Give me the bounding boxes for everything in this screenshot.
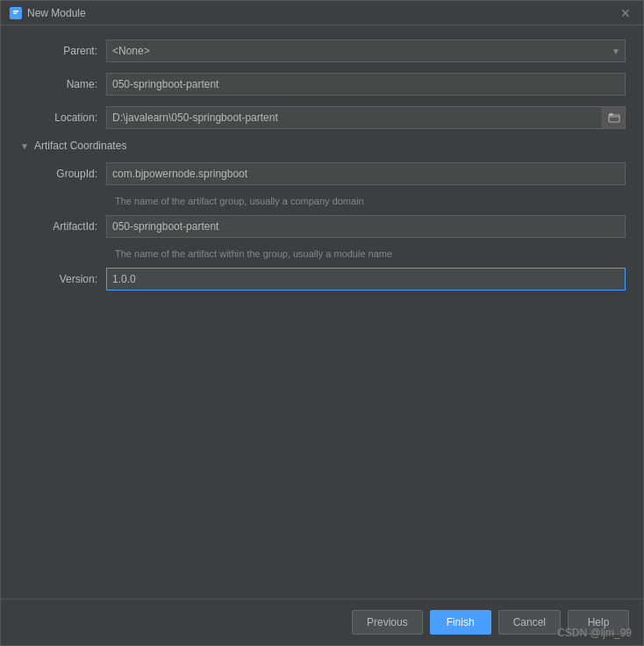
svg-rect-2 xyxy=(13,12,17,14)
parent-label: Parent: xyxy=(18,45,106,57)
version-label: Version: xyxy=(18,273,106,285)
groupid-input[interactable] xyxy=(106,162,626,185)
groupid-hint: The name of the artifact group, usually … xyxy=(115,196,626,206)
cancel-button[interactable]: Cancel xyxy=(498,610,561,635)
section-label: Artifact Coordinates xyxy=(34,140,126,152)
dialog-footer: Previous Finish Cancel Help xyxy=(1,599,643,645)
artifact-section-header: ▼ Artifact Coordinates xyxy=(18,140,626,152)
previous-button[interactable]: Previous xyxy=(352,610,423,635)
groupid-label: GroupId: xyxy=(18,168,106,180)
artifactid-row: ArtifactId: xyxy=(18,215,626,238)
name-input[interactable] xyxy=(106,73,626,96)
watermark: CSDN @ljm_99 xyxy=(557,627,632,639)
location-label: Location: xyxy=(18,111,106,124)
finish-button[interactable]: Finish xyxy=(430,610,491,635)
svg-rect-4 xyxy=(609,113,613,116)
artifact-section-content: GroupId: The name of the artifact group,… xyxy=(18,162,626,291)
artifactid-input[interactable] xyxy=(106,215,626,238)
close-button[interactable]: ✕ xyxy=(617,4,634,22)
groupid-row: GroupId: xyxy=(18,162,626,185)
version-row: Version: xyxy=(18,268,626,291)
title-bar: New Module ✕ xyxy=(1,1,643,25)
location-row: Location: xyxy=(18,106,626,129)
dialog-content: Parent: <None> ▼ Name: Location: xyxy=(1,25,643,599)
location-input[interactable] xyxy=(106,106,603,129)
name-row: Name: xyxy=(18,73,626,96)
parent-select[interactable]: <None> xyxy=(106,39,626,62)
dialog-title: New Module xyxy=(27,7,86,19)
dialog-icon xyxy=(10,7,22,19)
location-wrapper xyxy=(106,106,626,129)
name-label: Name: xyxy=(18,78,106,90)
artifactid-label: ArtifactId: xyxy=(18,220,106,233)
parent-select-wrapper: <None> ▼ xyxy=(106,39,626,62)
parent-row: Parent: <None> ▼ xyxy=(18,39,626,62)
svg-rect-3 xyxy=(609,115,619,122)
browse-button[interactable] xyxy=(603,106,626,129)
section-toggle-icon[interactable]: ▼ xyxy=(18,140,31,152)
artifactid-hint: The name of the artifact within the grou… xyxy=(115,248,626,259)
svg-rect-1 xyxy=(13,11,18,12)
version-input[interactable] xyxy=(106,268,626,291)
